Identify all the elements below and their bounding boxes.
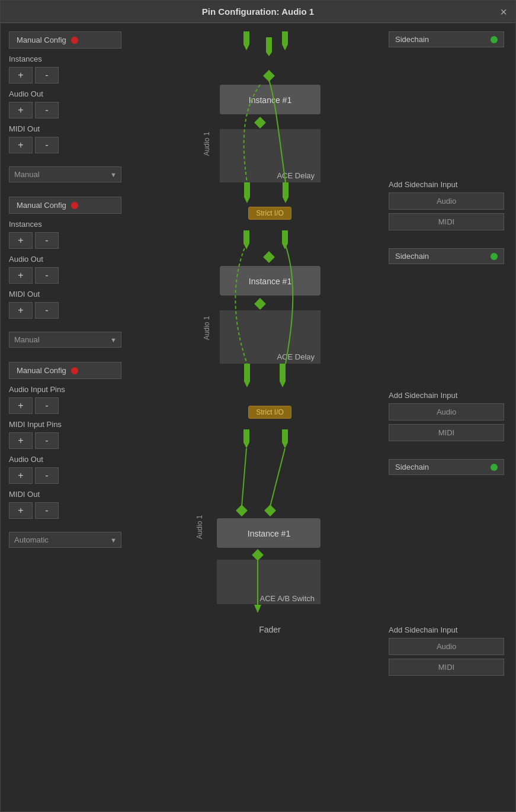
audio-out-btn-row-2: + - (9, 267, 151, 284)
audio-input-pins-btn-row: + - (9, 397, 151, 414)
instances-minus-2[interactable]: - (35, 232, 59, 249)
sidechain-btn-1[interactable]: Sidechain (389, 31, 504, 47)
center-panel: Instance #1 ACE Delay (151, 31, 389, 803)
svg-marker-20 (244, 364, 250, 387)
audio-out-plus-3[interactable]: + (9, 467, 33, 484)
red-dot-2 (71, 202, 78, 209)
svg-marker-12 (243, 230, 249, 249)
green-dot-2 (491, 253, 498, 260)
right-section-3: Sidechain Add Sidechain Input Audio MIDI (389, 459, 507, 688)
dropdown-wrapper-3: Manual Automatic ▼ (9, 532, 121, 548)
manual-config-label-1: Manual Config (17, 36, 66, 44)
title-bar: Pin Configuration: Audio 1 × (1, 1, 515, 23)
manual-config-btn-1[interactable]: Manual Config (9, 31, 121, 49)
plugin-section-1: Instance #1 ACE Delay (184, 31, 356, 220)
sidechain-btn-2[interactable]: Sidechain (389, 248, 504, 264)
window-title: Pin Configuration: Audio 1 (202, 7, 314, 17)
svg-marker-8 (283, 182, 289, 203)
midi-out-minus-1[interactable]: - (35, 137, 59, 153)
midi-out-plus-2b[interactable]: + (9, 302, 33, 319)
midi-input-pins-plus[interactable]: + (9, 432, 33, 449)
instances-label-2: Instances (9, 220, 151, 229)
midi-input-pins-label: MIDI Input Pins (9, 420, 151, 429)
svg-marker-7 (244, 182, 250, 203)
close-button[interactable]: × (500, 6, 507, 18)
midi-out-plus-3[interactable]: + (9, 502, 33, 519)
svg-rect-26 (264, 505, 276, 516)
midi-out-minus-3[interactable]: - (35, 502, 59, 519)
svg-marker-35 (254, 605, 261, 613)
fader-label: Fader (259, 625, 281, 634)
svg-rect-17 (254, 298, 266, 310)
svg-marker-0 (266, 37, 272, 56)
sidechain-audio-btn-2[interactable]: Audio (389, 403, 504, 421)
instances-btn-row-1: + - (9, 67, 151, 84)
audio-out-plus-1[interactable]: + (9, 102, 33, 118)
audio-out-minus-3[interactable]: - (35, 467, 59, 484)
manual-config-btn-3[interactable]: Manual Config (9, 362, 121, 379)
svg-rect-1 (263, 70, 275, 82)
sidechain-buttons-3: Audio MIDI (389, 638, 507, 676)
instances-plus-2[interactable]: + (9, 232, 33, 249)
add-sidechain-label-3: Add Sidechain Input (389, 625, 507, 634)
sidechain-label-3: Sidechain (395, 463, 429, 471)
instances-btn-row-2: + - (9, 232, 151, 249)
svg-text:Instance #1: Instance #1 (248, 95, 291, 105)
plugin-section-2: Instance #1 ACE Delay Audio 1 S (184, 230, 356, 419)
audio-out-minus-2[interactable]: - (35, 267, 59, 284)
svg-rect-25 (236, 505, 248, 516)
svg-marker-23 (243, 429, 249, 448)
instances-plus-1[interactable]: + (9, 67, 33, 84)
sidechain-audio-btn-1[interactable]: Audio (389, 192, 504, 210)
svg-text:Audio 1: Audio 1 (195, 515, 204, 539)
right-section-1: Sidechain Add Sidechain Input Audio MIDI (389, 31, 507, 242)
dropdown-2[interactable]: Manual Automatic (9, 332, 121, 348)
audio-out-label-3: Audio Out (9, 455, 151, 464)
dropdown-wrapper-2: Manual Automatic ▼ (9, 332, 121, 348)
svg-text:Audio 1: Audio 1 (203, 131, 211, 156)
strict-io-badge-1: Strict I/O (248, 207, 291, 220)
add-sidechain-group-2: Add Sidechain Input Audio MIDI (389, 381, 507, 441)
audio-out-label-2: Audio Out (9, 255, 151, 264)
sidechain-buttons-1: Audio MIDI (389, 192, 507, 230)
right-panel: Sidechain Add Sidechain Input Audio MIDI… (389, 31, 507, 803)
midi-out-btn-row-1: + - (9, 137, 151, 153)
svg-marker-21 (280, 364, 286, 387)
add-sidechain-group-3: Add Sidechain Input Audio MIDI (389, 616, 507, 676)
audio-input-pins-minus[interactable]: - (35, 397, 59, 414)
svg-rect-14 (263, 251, 275, 263)
main-content: Manual Config Instances + - Audio Out + … (1, 23, 515, 811)
sidechain-midi-btn-1[interactable]: MIDI (389, 213, 504, 230)
svg-line-28 (270, 448, 285, 506)
svg-marker-10 (282, 31, 288, 50)
sidechain-midi-btn-3[interactable]: MIDI (389, 659, 504, 676)
instances-label-1: Instances (9, 54, 151, 63)
audio-out-plus-2[interactable]: + (9, 267, 33, 284)
audio-out-minus-1[interactable]: - (35, 102, 59, 118)
left-panel: Manual Config Instances + - Audio Out + … (9, 31, 151, 803)
audio-out-btn-row-1: + - (9, 102, 151, 118)
instances-minus-1[interactable]: - (35, 67, 59, 84)
dropdown-3[interactable]: Manual Automatic (9, 532, 121, 548)
plugin-diagram-3: Instance #1 ACE A/B Switch Audio 1 (184, 429, 356, 619)
midi-input-pins-btn-row: + - (9, 432, 151, 449)
svg-marker-9 (243, 31, 249, 50)
audio-input-pins-plus[interactable]: + (9, 397, 33, 414)
svg-text:ACE Delay: ACE Delay (277, 352, 315, 361)
sidechain-audio-btn-3[interactable]: Audio (389, 638, 504, 655)
svg-marker-24 (282, 429, 288, 448)
sidechain-midi-btn-2[interactable]: MIDI (389, 424, 504, 441)
midi-out-minus-2b[interactable]: - (35, 302, 59, 319)
add-sidechain-label-2: Add Sidechain Input (389, 391, 507, 400)
dropdown-1[interactable]: Manual Automatic (9, 166, 121, 182)
midi-out-btn-row-3: + - (9, 502, 151, 519)
svg-line-27 (242, 448, 246, 506)
green-dot-3 (491, 464, 498, 471)
audio-input-pins-label: Audio Input Pins (9, 385, 151, 394)
svg-marker-13 (282, 230, 288, 249)
midi-input-pins-minus[interactable]: - (35, 432, 59, 449)
sidechain-btn-3[interactable]: Sidechain (389, 459, 504, 475)
svg-text:Audio 1: Audio 1 (203, 316, 211, 340)
midi-out-plus-1[interactable]: + (9, 137, 33, 153)
manual-config-btn-2[interactable]: Manual Config (9, 197, 121, 214)
